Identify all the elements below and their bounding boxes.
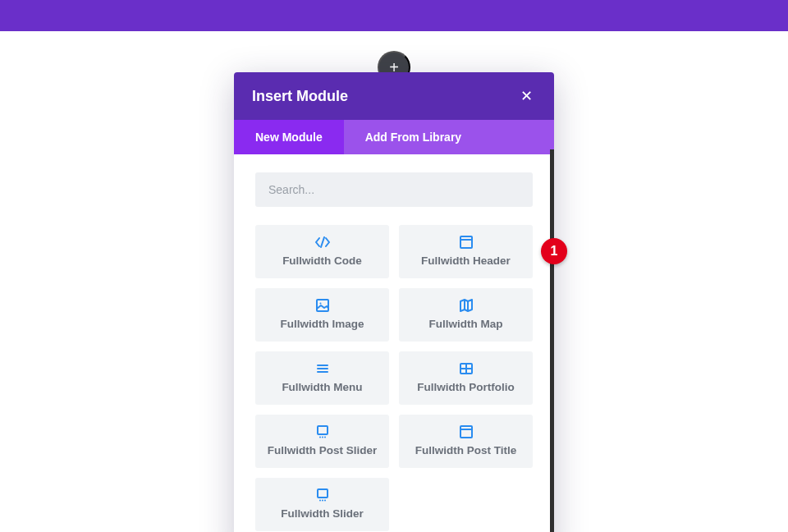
search-input[interactable] bbox=[255, 172, 533, 207]
svg-rect-18 bbox=[460, 426, 472, 438]
svg-marker-5 bbox=[460, 300, 472, 311]
svg-line-0 bbox=[321, 237, 324, 247]
close-button[interactable]: ✕ bbox=[517, 87, 536, 105]
svg-point-23 bbox=[324, 500, 326, 502]
module-fullwidth-post-title[interactable]: Fullwidth Post Title bbox=[399, 415, 533, 468]
module-label: Fullwidth Header bbox=[421, 255, 511, 267]
module-fullwidth-map[interactable]: Fullwidth Map bbox=[399, 288, 533, 342]
module-fullwidth-image[interactable]: Fullwidth Image bbox=[255, 288, 389, 342]
svg-rect-1 bbox=[460, 236, 472, 248]
menu-icon bbox=[315, 361, 330, 376]
module-label: Fullwidth Portfolio bbox=[417, 381, 514, 393]
close-icon: ✕ bbox=[520, 88, 533, 104]
modal-header: Insert Module ✕ bbox=[234, 72, 554, 120]
post-title-icon bbox=[459, 424, 474, 439]
svg-point-4 bbox=[319, 303, 321, 305]
code-icon bbox=[315, 235, 330, 250]
module-label: Fullwidth Code bbox=[282, 255, 362, 267]
svg-point-21 bbox=[319, 500, 321, 502]
header-icon bbox=[459, 235, 474, 250]
module-fullwidth-portfolio[interactable]: Fullwidth Portfolio bbox=[399, 351, 533, 405]
module-label: Fullwidth Post Slider bbox=[268, 444, 378, 456]
modal-body: Fullwidth Code Fullwidth Header bbox=[234, 154, 554, 532]
module-label: Fullwidth Image bbox=[280, 318, 364, 330]
svg-rect-3 bbox=[317, 300, 328, 311]
svg-rect-20 bbox=[318, 489, 328, 498]
insert-module-modal: Insert Module ✕ New Module Add From Libr… bbox=[234, 72, 554, 532]
svg-rect-14 bbox=[318, 426, 328, 434]
app-top-bar bbox=[0, 0, 788, 31]
modal-title: Insert Module bbox=[252, 88, 348, 105]
module-fullwidth-code[interactable]: Fullwidth Code bbox=[255, 225, 389, 278]
modal-scrollbar[interactable] bbox=[550, 149, 554, 532]
annotation-badge-1: 1 bbox=[541, 238, 567, 264]
portfolio-icon bbox=[459, 361, 474, 376]
tab-new-module[interactable]: New Module bbox=[234, 120, 344, 154]
module-label: Fullwidth Post Title bbox=[415, 444, 517, 456]
module-fullwidth-post-slider[interactable]: Fullwidth Post Slider bbox=[255, 415, 389, 468]
image-icon bbox=[315, 298, 330, 313]
module-fullwidth-menu[interactable]: Fullwidth Menu bbox=[255, 351, 389, 405]
module-fullwidth-header[interactable]: Fullwidth Header bbox=[399, 225, 533, 278]
svg-point-17 bbox=[324, 437, 326, 438]
post-slider-icon bbox=[315, 424, 330, 439]
map-icon bbox=[459, 298, 474, 313]
page-stage: + Insert Module ✕ New Module Add From Li… bbox=[0, 31, 788, 532]
svg-point-16 bbox=[322, 437, 323, 438]
tab-add-from-library[interactable]: Add From Library bbox=[344, 120, 483, 154]
module-label: Fullwidth Menu bbox=[282, 381, 362, 393]
module-grid: Fullwidth Code Fullwidth Header bbox=[255, 225, 533, 531]
module-fullwidth-slider[interactable]: Fullwidth Slider bbox=[255, 478, 389, 531]
module-label: Fullwidth Slider bbox=[281, 507, 364, 520]
svg-point-15 bbox=[319, 437, 321, 438]
module-label: Fullwidth Map bbox=[429, 318, 503, 330]
slider-icon bbox=[315, 488, 330, 502]
modal-tabs: New Module Add From Library bbox=[234, 120, 554, 154]
svg-point-22 bbox=[322, 500, 323, 502]
